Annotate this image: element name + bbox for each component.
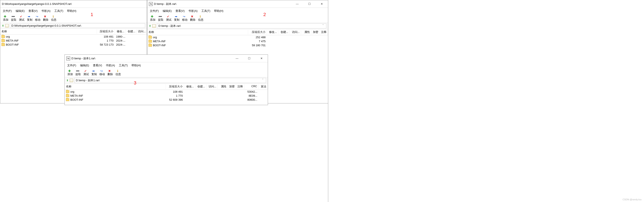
move-label[interactable]: 移动 — [99, 72, 106, 76]
menu-help[interactable]: 帮助(H) — [132, 64, 141, 67]
delete-icon[interactable]: ✖ — [43, 15, 47, 18]
table-row[interactable]: META-INF7 475 — [147, 39, 328, 43]
up-icon[interactable]: ⬆ — [2, 24, 4, 27]
path-input[interactable]: D:\temp - 副本1.rar\˅ — [74, 78, 266, 83]
menu-edit[interactable]: 编辑(E) — [163, 9, 172, 13]
menu-help[interactable]: 帮助(H) — [67, 9, 76, 13]
extract-icon[interactable]: ➖ — [158, 15, 162, 18]
add-label[interactable]: 添加 — [149, 18, 156, 22]
column-header-comment[interactable]: 注释 — [320, 30, 328, 34]
add-icon[interactable]: ✚ — [68, 69, 72, 72]
add-label[interactable]: 添加 — [2, 18, 9, 22]
menu-tool[interactable]: 工具(T) — [119, 64, 128, 67]
copy-icon[interactable]: ➡ — [174, 15, 178, 18]
delete-label[interactable]: 删除 — [42, 18, 49, 22]
move-label[interactable]: 移动 — [182, 18, 188, 22]
column-header-created[interactable]: 创建... — [278, 30, 290, 34]
info-icon[interactable]: ℹ — [198, 15, 202, 18]
minimize-button[interactable]: — — [234, 56, 240, 61]
menu-view[interactable]: 查看(V) — [176, 9, 184, 13]
delete-label[interactable]: 删除 — [190, 18, 196, 22]
path-input[interactable]: D:\Workspace\yangsi\target\yangsi-0.0.1-… — [10, 23, 145, 28]
column-header-attrs[interactable]: 属性 — [218, 84, 228, 89]
info-label[interactable]: 信息 — [198, 18, 204, 22]
maximize-button[interactable]: ☐ — [306, 2, 312, 6]
move-icon[interactable]: ↪ — [182, 15, 186, 18]
column-header-packed[interactable]: 压缩后大小 — [97, 29, 115, 34]
move-label[interactable]: 移动 — [34, 18, 41, 22]
column-header-modified[interactable]: 修改... — [184, 84, 195, 89]
column-header-attrs[interactable]: 属性 — [301, 30, 311, 34]
delete-label[interactable]: 删除 — [107, 72, 114, 76]
copy-icon[interactable]: ➡ — [27, 15, 31, 18]
up-icon[interactable]: ⬆ — [66, 79, 68, 82]
column-header-comment[interactable]: 注释 — [236, 84, 244, 89]
menu-file[interactable]: 文件(F) — [150, 9, 159, 13]
chevron-down-icon[interactable]: ˅ — [261, 78, 264, 82]
copy-icon[interactable]: ➡ — [92, 69, 96, 72]
column-header-name[interactable]: 名称 — [0, 29, 97, 34]
table-row[interactable]: BOOT-INF58 723 1732024-... — [0, 43, 147, 47]
column-headers[interactable]: 名称压缩后大小修改...创建...访问...属性加密注释CRC算法 — [65, 84, 268, 90]
extract-label[interactable]: 提取 — [10, 18, 17, 22]
column-header-accessed[interactable]: 访问... — [137, 29, 147, 34]
up-icon[interactable]: ⬆ — [149, 25, 151, 27]
info-icon[interactable]: ℹ — [116, 69, 120, 72]
info-label[interactable]: 信息 — [50, 18, 57, 22]
column-header-modified[interactable]: 修改... — [115, 29, 126, 34]
minimize-button[interactable]: — — [294, 2, 300, 6]
menu-edit[interactable]: 编辑(E) — [80, 64, 89, 67]
titlebar[interactable]: 7z D:\temp - 副本1.rar\ — ☐ ✕ — [65, 55, 268, 62]
info-label[interactable]: 信息 — [115, 72, 122, 76]
table-row[interactable]: BOOT-INF52 609 39680600... — [65, 98, 268, 102]
extract-label[interactable]: 提取 — [75, 72, 82, 76]
chevron-down-icon[interactable]: ˅ — [321, 24, 325, 28]
menu-tool[interactable]: 工具(T) — [54, 9, 64, 13]
test-label[interactable]: 测试 — [83, 72, 90, 76]
add-label[interactable]: 添加 — [67, 72, 74, 76]
column-header-algo[interactable]: 算法 — [258, 84, 268, 89]
extract-label[interactable]: 提取 — [157, 18, 164, 22]
column-header-accessed[interactable]: 访问... — [290, 30, 301, 34]
delete-icon[interactable]: ✖ — [190, 15, 194, 18]
test-icon[interactable]: ✔ — [166, 15, 170, 18]
close-button[interactable]: ✕ — [319, 2, 325, 6]
table-row[interactable]: META-INF1 7708E09... — [65, 94, 268, 98]
extract-icon[interactable]: ➖ — [11, 15, 15, 18]
menu-view[interactable]: 查看(V) — [93, 64, 102, 67]
menu-view[interactable]: 查看(V) — [28, 9, 38, 13]
column-header-crc[interactable]: CRC — [244, 84, 259, 89]
close-button[interactable]: ✕ — [258, 56, 264, 61]
extract-icon[interactable]: ➖ — [76, 69, 80, 72]
column-header-packed[interactable]: 压缩后大小 — [248, 30, 267, 34]
menu-file[interactable]: 文件(F) — [3, 9, 12, 13]
delete-icon[interactable]: ✖ — [108, 69, 112, 72]
test-icon[interactable]: ✔ — [84, 69, 88, 72]
column-header-accessed[interactable]: 访问... — [206, 84, 218, 89]
menu-help[interactable]: 帮助(H) — [214, 9, 223, 13]
test-icon[interactable]: ✔ — [19, 15, 23, 18]
info-icon[interactable]: ℹ — [51, 15, 55, 18]
add-icon[interactable]: ✚ — [3, 15, 7, 18]
column-header-name[interactable]: 名称 — [65, 84, 166, 89]
menu-tool[interactable]: 工具(T) — [202, 9, 210, 13]
path-input[interactable]: D:\temp - 副本.rar\˅ — [157, 23, 326, 29]
menu-file[interactable]: 文件(F) — [67, 64, 76, 67]
maximize-button[interactable]: ☐ — [246, 56, 252, 61]
copy-label[interactable]: 复制 — [174, 18, 180, 22]
column-header-modified[interactable]: 修改... — [267, 30, 278, 34]
column-headers[interactable]: 名称压缩后大小修改...创建...访问...属性加密注释 — [147, 29, 328, 35]
column-header-name[interactable]: 名称 — [147, 30, 248, 34]
column-header-created[interactable]: 创建... — [126, 29, 137, 34]
column-headers[interactable]: 名称压缩后大小修改...创建...访问... — [0, 29, 147, 35]
menu-edit[interactable]: 编辑(E) — [16, 9, 25, 13]
table-row[interactable]: BOOT-INF59 180 701 — [147, 43, 328, 47]
test-label[interactable]: 测试 — [18, 18, 25, 22]
add-icon[interactable]: ✚ — [150, 15, 154, 18]
test-label[interactable]: 测试 — [165, 18, 172, 22]
column-header-encrypted[interactable]: 加密 — [311, 30, 320, 34]
column-header-encrypted[interactable]: 加密 — [228, 84, 236, 89]
menu-bookmark[interactable]: 书签(A) — [188, 9, 198, 13]
menu-bookmark[interactable]: 书签(A) — [41, 9, 50, 13]
copy-label[interactable]: 复制 — [91, 72, 98, 76]
